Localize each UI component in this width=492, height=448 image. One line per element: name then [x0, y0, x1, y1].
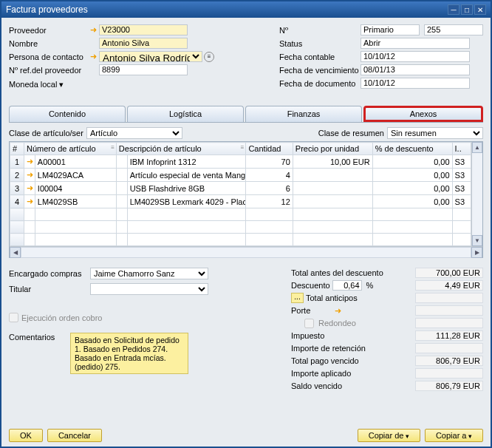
- descuento-pct-field[interactable]: 0,64: [332, 280, 362, 291]
- copy-from-button[interactable]: Copiar de: [358, 429, 420, 442]
- contacto-label: Persona de contacto: [9, 52, 90, 61]
- table-row[interactable]: 3 ➜ I00004 USB Flashdrive 8GB 6 0,00 S3: [10, 182, 471, 195]
- col-desc[interactable]: Descripción de artículo≡: [116, 143, 246, 155]
- contacto-select[interactable]: Antonio Silva Rodríguez: [99, 51, 202, 62]
- link-arrow-icon[interactable]: ➜: [24, 169, 35, 182]
- descuento-label: Descuento: [291, 281, 330, 290]
- nombre-label: Nombre: [9, 39, 90, 48]
- scroll-right-icon[interactable]: ▶: [471, 247, 482, 258]
- clase-articulo-label: Clase de artículo/ser: [9, 129, 83, 138]
- table-row[interactable]: [10, 208, 471, 221]
- vertical-scrollbar[interactable]: ▲ ▼: [471, 142, 482, 246]
- tab-finanzas[interactable]: Finanzas: [245, 106, 362, 122]
- descuento-value: 4,49 EUR: [415, 280, 483, 291]
- impuesto-value: 111,28 EUR: [415, 330, 483, 341]
- clase-articulo-select[interactable]: Artículo: [86, 127, 182, 139]
- ejecucion-label: Ejecución orden cobro: [21, 313, 102, 322]
- link-arrow-icon[interactable]: ➜: [24, 195, 35, 208]
- redondeo-label: Redondeo: [318, 319, 356, 327]
- minimize-icon[interactable]: ─: [448, 4, 459, 15]
- comentarios-text[interactable]: Basado en Solicitud de pedido 1. Basado …: [70, 333, 188, 374]
- redondeo-checkbox: [304, 319, 314, 328]
- tab-contenido[interactable]: Contenido: [9, 106, 126, 122]
- impuesto-label: Impuesto: [291, 331, 415, 340]
- col-descuento[interactable]: % de descuento: [372, 143, 452, 155]
- details-icon[interactable]: ≡: [204, 52, 214, 62]
- porte-label: Porte: [291, 306, 310, 315]
- total-antes-label: Total antes del descuento: [291, 268, 415, 277]
- refnum-field[interactable]: 8899: [99, 64, 188, 75]
- tab-logistica[interactable]: Logística: [127, 106, 244, 122]
- clase-resumen-label: Clase de resumen: [318, 129, 384, 138]
- porte-value: [415, 305, 483, 316]
- no-value-field[interactable]: 255: [424, 24, 483, 35]
- saldo-label: Saldo vencido: [291, 381, 415, 390]
- encargado-select[interactable]: Jaime Chamorro Sanz: [90, 268, 208, 279]
- link-arrow-icon[interactable]: ➜: [24, 182, 35, 195]
- cancel-button[interactable]: Cancelar: [47, 429, 102, 442]
- horizontal-scrollbar[interactable]: ◀ ▶: [10, 246, 482, 257]
- table-row[interactable]: 1 ➜ A00001 IBM Infoprint 1312 70 10,00 E…: [10, 155, 471, 169]
- retencion-label: Importe de retención: [291, 344, 415, 353]
- fecha-venc-field[interactable]: 08/01/13: [361, 64, 470, 75]
- anticipos-label: Total anticipos: [306, 293, 415, 302]
- fecha-contab-label: Fecha contable: [279, 52, 361, 61]
- status-field: Abrir: [361, 38, 470, 49]
- link-arrow-icon[interactable]: ➜: [90, 52, 99, 61]
- col-numero[interactable]: Número de artículo≡: [24, 143, 117, 155]
- pct-sign: %: [366, 281, 374, 290]
- col-precio[interactable]: Precio por unidad: [293, 143, 372, 155]
- status-label: Status: [279, 39, 361, 48]
- ok-button[interactable]: OK: [9, 429, 43, 442]
- clase-resumen-select[interactable]: Sin resumen: [387, 127, 483, 139]
- link-arrow-icon[interactable]: ➜: [90, 25, 99, 35]
- anticipos-value: [415, 293, 483, 303]
- scroll-up-icon[interactable]: ▲: [472, 142, 482, 153]
- saldo-value: 806,79 EUR: [415, 381, 483, 391]
- copy-to-button[interactable]: Copiar a: [425, 429, 483, 442]
- aplicado-label: Importe aplicado: [291, 369, 415, 378]
- refnum-label: Nº ref.del proveedor: [9, 66, 90, 75]
- table-row[interactable]: 2 ➜ LM4029ACA Artículo especial de venta…: [10, 169, 471, 182]
- close-icon[interactable]: ✕: [474, 4, 486, 15]
- aplicado-value: [415, 368, 483, 379]
- table-row[interactable]: [10, 221, 471, 234]
- total-pago-label: Total pago vencido: [291, 356, 415, 365]
- link-arrow-icon[interactable]: ➜: [335, 306, 341, 316]
- redondeo-value: [415, 318, 483, 328]
- proveedor-field[interactable]: V23000: [99, 24, 188, 35]
- total-pago-value: 806,79 EUR: [415, 356, 483, 366]
- window-title: Factura proveedores: [6, 4, 88, 15]
- tab-anexos[interactable]: Anexos: [363, 106, 483, 122]
- no-label: Nº: [279, 26, 361, 35]
- moneda-select[interactable]: Moneda local ▾: [9, 80, 64, 89]
- comentarios-label: Comentarios: [9, 333, 64, 374]
- scroll-left-icon[interactable]: ◀: [10, 247, 21, 258]
- titlebar: Factura proveedores ─ □ ✕: [1, 1, 491, 18]
- table-row[interactable]: 4 ➜ LM4029SB LM4029SB Lexmark 4029 - Pla…: [10, 195, 471, 208]
- vendor-invoice-window: Factura proveedores ─ □ ✕ Proveedor ➜ V2…: [0, 0, 492, 448]
- link-arrow-icon[interactable]: ➜: [24, 155, 35, 169]
- titular-label: Titular: [9, 285, 90, 293]
- no-state-field[interactable]: Primario: [361, 24, 420, 35]
- titular-select[interactable]: [90, 283, 208, 295]
- col-cantidad[interactable]: Cantidad: [246, 143, 293, 155]
- maximize-icon[interactable]: □: [461, 4, 473, 15]
- fecha-doc-field[interactable]: 10/10/12: [361, 78, 470, 89]
- items-grid: # Número de artículo≡ Descripción de art…: [9, 141, 483, 258]
- total-antes-value: 700,00 EUR: [415, 268, 483, 278]
- fecha-venc-label: Fecha de vencimiento: [279, 66, 361, 75]
- retencion-value: [415, 343, 483, 353]
- proveedor-label: Proveedor: [9, 26, 90, 35]
- col-i[interactable]: I..: [452, 143, 471, 155]
- encargado-label: Encargado compras: [9, 269, 90, 278]
- scroll-down-icon[interactable]: ▼: [472, 235, 482, 246]
- col-hash[interactable]: #: [10, 143, 24, 155]
- table-row[interactable]: [10, 234, 471, 246]
- fecha-doc-label: Fecha de documento: [279, 79, 361, 88]
- anticipos-button[interactable]: ...: [291, 293, 304, 303]
- ejecucion-checkbox: [9, 313, 18, 322]
- fecha-contab-field[interactable]: 10/10/12: [361, 51, 470, 62]
- nombre-field[interactable]: Antonio Silva: [99, 38, 188, 49]
